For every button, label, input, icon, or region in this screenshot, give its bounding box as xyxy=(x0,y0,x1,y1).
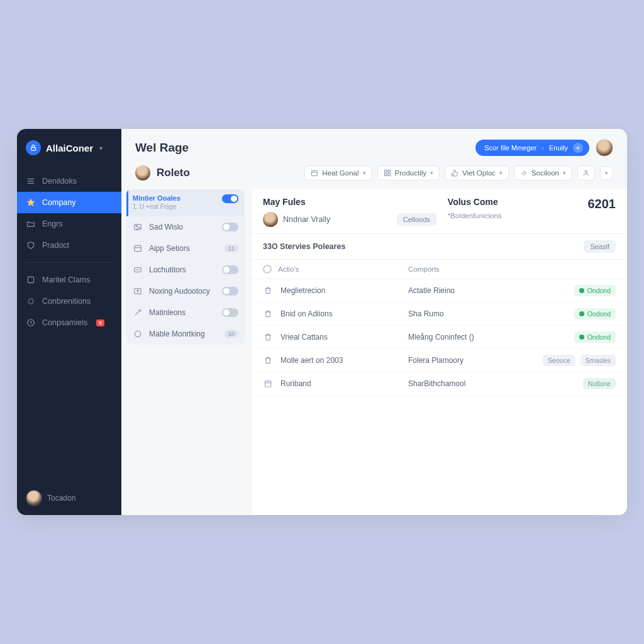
filter-noxing-audootocy[interactable]: Noxing Audootocy xyxy=(126,280,245,302)
nav-label: Pradoct xyxy=(42,241,69,250)
chevron-down-icon: ▾ xyxy=(499,170,502,176)
filter-count: 11 xyxy=(225,245,238,252)
footer-user-label: Tocadon xyxy=(47,494,75,502)
nav-label: Engrs xyxy=(42,219,63,228)
chevron-down-icon: ▾ xyxy=(99,145,103,152)
topbar: Wel Rage Scor file Mmeger ‹ Enuily + xyxy=(121,129,627,165)
column-headers: Actio's Comports xyxy=(252,260,627,279)
primary-action-pill[interactable]: Scor file Mmeger ‹ Enuily + xyxy=(475,140,589,156)
table-row[interactable]: Molle aert on 2003 Folera Plamoory Seouc… xyxy=(252,349,627,372)
row-name: Bnid on Adiions xyxy=(280,309,333,318)
pane-right-value: 6201 xyxy=(588,197,616,211)
grid-icon xyxy=(384,169,391,177)
row-name: Molle aert on 2003 xyxy=(280,356,343,365)
toggle-switch[interactable] xyxy=(222,265,238,274)
nav-label: Maritel Clams xyxy=(42,275,90,284)
tool-label: Heat Gonal xyxy=(322,169,358,177)
row-comp: SharBithchamool xyxy=(408,379,540,388)
filter-label: Aipp Setiors xyxy=(149,244,190,253)
sidebar-footer[interactable]: Tocadon xyxy=(17,481,121,515)
nav-item-pradoct[interactable]: Pradoct xyxy=(17,235,121,256)
toggle-switch[interactable] xyxy=(222,223,238,231)
pane-right-sub: *Boldenfunicions xyxy=(448,212,502,219)
subheader: Roleto Heat Gonal ▾ Productily ▾ xyxy=(121,165,627,189)
trash-icon xyxy=(263,286,273,296)
nav-label: Conpsamiels xyxy=(42,318,87,327)
filter-count: 10 xyxy=(225,330,238,338)
row-name: Vrieal Cattans xyxy=(280,333,328,341)
tool-label: Viet Oploc xyxy=(462,169,496,177)
table-row[interactable]: Bnid on Adiions Sha Rumo Oodond xyxy=(252,303,627,326)
table-row[interactable]: Ruriband SharBithchamool Notlone xyxy=(252,372,627,396)
toggle-switch[interactable] xyxy=(222,194,238,203)
filter-label: Lochutitors xyxy=(149,265,186,274)
filter-mable-monrtking[interactable]: Mable Monrtking 10 xyxy=(126,323,245,345)
pane-left-title: May Fules xyxy=(263,197,448,207)
toggle-switch[interactable] xyxy=(222,308,238,317)
nav-divider xyxy=(26,262,113,263)
tag: Smasles xyxy=(580,355,616,366)
wrench-icon xyxy=(520,169,528,177)
filter-label: Sad Wislo xyxy=(149,223,183,231)
sparkle-icon xyxy=(26,296,36,306)
nav-item-company[interactable]: Company xyxy=(17,192,121,213)
filter-lochutitors[interactable]: Lochutitors xyxy=(126,259,245,280)
svg-rect-7 xyxy=(312,171,318,176)
toggle-switch[interactable] xyxy=(222,287,238,296)
table-row[interactable]: Meglietrecion Actatle Rieino Ondond xyxy=(252,279,627,303)
section-action[interactable]: Seaslf xyxy=(584,240,616,253)
upload-icon xyxy=(133,286,143,296)
sidebar: AllaiConer ▾ Denildoks Company Engrs xyxy=(17,129,121,515)
filter-aipp-setiors[interactable]: Aipp Setiors 11 xyxy=(126,238,245,259)
tool-viet-oploc[interactable]: Viet Oploc ▾ xyxy=(445,165,509,180)
nav-item-maritel-clams[interactable]: Maritel Clams xyxy=(17,269,121,291)
results-pane: May Fules Nndnar Vrally Celloods Volus C… xyxy=(251,189,627,515)
table-row[interactable]: Vrieal Cattans Mleång Coninfect () Ondon… xyxy=(252,326,627,349)
filter-active-header[interactable]: Mintier Ooales 1. U +eat Frsge xyxy=(126,189,245,216)
calendar-icon xyxy=(263,379,273,389)
tool-sociloon[interactable]: Sociloon ▾ xyxy=(514,165,572,180)
radio-icon[interactable] xyxy=(263,265,272,274)
tool-productily[interactable]: Productily ▾ xyxy=(377,165,440,180)
svg-rect-9 xyxy=(384,170,387,173)
pill-secondary-label: Enuily xyxy=(549,144,568,152)
avatar xyxy=(26,490,42,506)
menu-icon xyxy=(26,176,36,186)
filter-header-sub: 1. U +eat Frsge xyxy=(133,203,216,210)
view-toolbar: Heat Gonal ▾ Productily ▾ Viet Oploc ▾ xyxy=(304,165,613,180)
tool-label: Sociloon xyxy=(531,169,559,177)
nav-item-conpsamiels[interactable]: Conpsamiels 5 xyxy=(17,312,121,333)
user-avatar[interactable] xyxy=(596,139,613,157)
svg-rect-10 xyxy=(388,170,391,173)
topbar-actions: Scor file Mmeger ‹ Enuily + xyxy=(475,139,613,157)
filter-label: Noxing Audootocy xyxy=(149,287,210,296)
trash-icon xyxy=(263,309,273,319)
image-icon xyxy=(133,222,143,232)
star-icon xyxy=(26,197,36,208)
pane-user-chip[interactable]: Celloods xyxy=(397,213,436,226)
nav-label: Conbrenitions xyxy=(42,297,91,306)
layout-icon xyxy=(133,243,143,253)
tool-heat-gonal[interactable]: Heat Gonal ▾ xyxy=(304,165,372,180)
user-icon xyxy=(582,169,590,177)
brand-switcher[interactable]: AllaiConer ▾ xyxy=(17,129,121,167)
chevron-down-icon: ▾ xyxy=(605,170,608,176)
trash-icon xyxy=(263,355,273,365)
nav-item-conbrenitions[interactable]: Conbrenitions xyxy=(17,291,121,312)
tool-user[interactable] xyxy=(577,165,595,180)
tool-more[interactable]: ▾ xyxy=(600,166,613,180)
filter-label: Mable Monrtking xyxy=(149,330,205,338)
filter-matinleons[interactable]: Matinleons xyxy=(126,302,245,323)
nav-item-engrs[interactable]: Engrs xyxy=(17,213,121,235)
svg-rect-5 xyxy=(28,277,33,282)
nav-item-denildoks[interactable]: Denildoks xyxy=(17,170,121,192)
brand-name: AllaiConer xyxy=(46,143,93,153)
svg-marker-4 xyxy=(27,199,35,206)
svg-rect-11 xyxy=(384,174,387,176)
filter-sad-wislo[interactable]: Sad Wislo xyxy=(126,216,245,238)
row-name: Meglietrecion xyxy=(280,286,325,295)
pill-separator: ‹ xyxy=(541,144,544,152)
col-actios: Actio's xyxy=(278,265,299,273)
calendar-icon xyxy=(311,169,318,177)
filter-label: Matinleons xyxy=(149,308,186,317)
